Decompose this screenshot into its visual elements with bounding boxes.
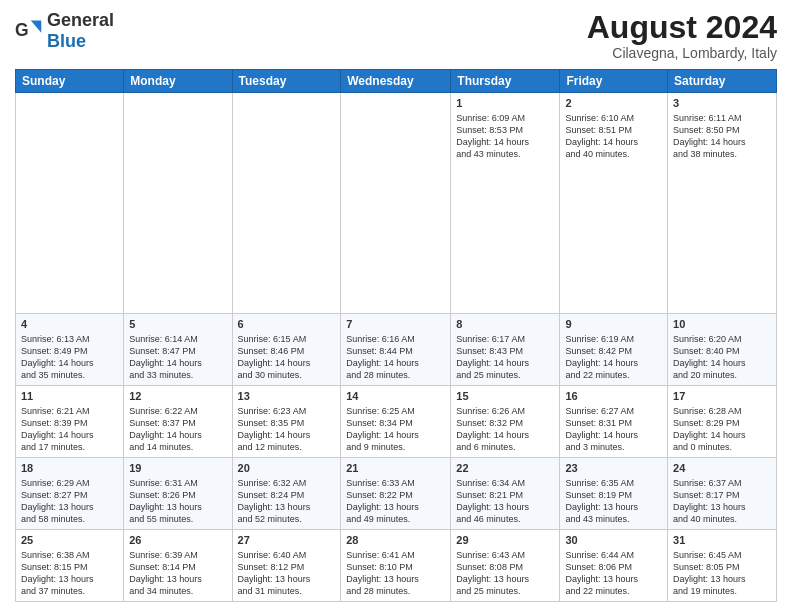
day-number: 21 — [346, 461, 445, 476]
day-info: Sunrise: 6:17 AM Sunset: 8:43 PM Dayligh… — [456, 333, 554, 382]
week-row-4: 18Sunrise: 6:29 AM Sunset: 8:27 PM Dayli… — [16, 458, 777, 530]
day-number: 11 — [21, 389, 118, 404]
week-row-1: 1Sunrise: 6:09 AM Sunset: 8:53 PM Daylig… — [16, 93, 777, 314]
calendar-cell: 19Sunrise: 6:31 AM Sunset: 8:26 PM Dayli… — [124, 458, 232, 530]
day-info: Sunrise: 6:15 AM Sunset: 8:46 PM Dayligh… — [238, 333, 336, 382]
day-info: Sunrise: 6:32 AM Sunset: 8:24 PM Dayligh… — [238, 477, 336, 526]
calendar-cell: 17Sunrise: 6:28 AM Sunset: 8:29 PM Dayli… — [668, 386, 777, 458]
calendar-cell: 10Sunrise: 6:20 AM Sunset: 8:40 PM Dayli… — [668, 314, 777, 386]
calendar-cell: 8Sunrise: 6:17 AM Sunset: 8:43 PM Daylig… — [451, 314, 560, 386]
calendar-cell: 16Sunrise: 6:27 AM Sunset: 8:31 PM Dayli… — [560, 386, 668, 458]
calendar-cell: 14Sunrise: 6:25 AM Sunset: 8:34 PM Dayli… — [341, 386, 451, 458]
calendar-cell — [341, 93, 451, 314]
calendar-cell: 24Sunrise: 6:37 AM Sunset: 8:17 PM Dayli… — [668, 458, 777, 530]
day-number: 31 — [673, 533, 771, 548]
general-blue-icon: G — [15, 17, 43, 45]
day-info: Sunrise: 6:35 AM Sunset: 8:19 PM Dayligh… — [565, 477, 662, 526]
day-info: Sunrise: 6:44 AM Sunset: 8:06 PM Dayligh… — [565, 549, 662, 598]
calendar-cell: 15Sunrise: 6:26 AM Sunset: 8:32 PM Dayli… — [451, 386, 560, 458]
header: G General Blue August 2024 Cilavegna, Lo… — [15, 10, 777, 61]
calendar-cell: 29Sunrise: 6:43 AM Sunset: 8:08 PM Dayli… — [451, 530, 560, 602]
calendar-cell: 4Sunrise: 6:13 AM Sunset: 8:49 PM Daylig… — [16, 314, 124, 386]
calendar-cell: 1Sunrise: 6:09 AM Sunset: 8:53 PM Daylig… — [451, 93, 560, 314]
calendar-cell — [124, 93, 232, 314]
col-tuesday: Tuesday — [232, 70, 341, 93]
calendar-cell — [16, 93, 124, 314]
day-number: 25 — [21, 533, 118, 548]
week-row-2: 4Sunrise: 6:13 AM Sunset: 8:49 PM Daylig… — [16, 314, 777, 386]
svg-text:G: G — [15, 20, 29, 40]
day-number: 1 — [456, 96, 554, 111]
calendar-cell: 28Sunrise: 6:41 AM Sunset: 8:10 PM Dayli… — [341, 530, 451, 602]
calendar-table: Sunday Monday Tuesday Wednesday Thursday… — [15, 69, 777, 602]
day-number: 16 — [565, 389, 662, 404]
day-number: 6 — [238, 317, 336, 332]
calendar-cell: 25Sunrise: 6:38 AM Sunset: 8:15 PM Dayli… — [16, 530, 124, 602]
logo-blue: Blue — [47, 31, 86, 51]
calendar-header-row: Sunday Monday Tuesday Wednesday Thursday… — [16, 70, 777, 93]
day-info: Sunrise: 6:25 AM Sunset: 8:34 PM Dayligh… — [346, 405, 445, 454]
day-info: Sunrise: 6:22 AM Sunset: 8:37 PM Dayligh… — [129, 405, 226, 454]
calendar-cell: 26Sunrise: 6:39 AM Sunset: 8:14 PM Dayli… — [124, 530, 232, 602]
calendar-cell: 2Sunrise: 6:10 AM Sunset: 8:51 PM Daylig… — [560, 93, 668, 314]
day-info: Sunrise: 6:33 AM Sunset: 8:22 PM Dayligh… — [346, 477, 445, 526]
col-friday: Friday — [560, 70, 668, 93]
day-info: Sunrise: 6:19 AM Sunset: 8:42 PM Dayligh… — [565, 333, 662, 382]
location-subtitle: Cilavegna, Lombardy, Italy — [587, 45, 777, 61]
day-info: Sunrise: 6:14 AM Sunset: 8:47 PM Dayligh… — [129, 333, 226, 382]
day-info: Sunrise: 6:13 AM Sunset: 8:49 PM Dayligh… — [21, 333, 118, 382]
calendar-cell: 9Sunrise: 6:19 AM Sunset: 8:42 PM Daylig… — [560, 314, 668, 386]
day-number: 17 — [673, 389, 771, 404]
logo-text: General Blue — [47, 10, 114, 52]
day-info: Sunrise: 6:40 AM Sunset: 8:12 PM Dayligh… — [238, 549, 336, 598]
day-info: Sunrise: 6:26 AM Sunset: 8:32 PM Dayligh… — [456, 405, 554, 454]
day-number: 20 — [238, 461, 336, 476]
day-info: Sunrise: 6:39 AM Sunset: 8:14 PM Dayligh… — [129, 549, 226, 598]
day-info: Sunrise: 6:29 AM Sunset: 8:27 PM Dayligh… — [21, 477, 118, 526]
calendar-cell: 20Sunrise: 6:32 AM Sunset: 8:24 PM Dayli… — [232, 458, 341, 530]
day-info: Sunrise: 6:23 AM Sunset: 8:35 PM Dayligh… — [238, 405, 336, 454]
day-number: 27 — [238, 533, 336, 548]
day-number: 19 — [129, 461, 226, 476]
day-number: 14 — [346, 389, 445, 404]
day-info: Sunrise: 6:10 AM Sunset: 8:51 PM Dayligh… — [565, 112, 662, 161]
day-number: 8 — [456, 317, 554, 332]
calendar-cell: 5Sunrise: 6:14 AM Sunset: 8:47 PM Daylig… — [124, 314, 232, 386]
day-info: Sunrise: 6:45 AM Sunset: 8:05 PM Dayligh… — [673, 549, 771, 598]
day-number: 22 — [456, 461, 554, 476]
month-year-title: August 2024 — [587, 10, 777, 45]
calendar-cell: 21Sunrise: 6:33 AM Sunset: 8:22 PM Dayli… — [341, 458, 451, 530]
calendar-cell: 31Sunrise: 6:45 AM Sunset: 8:05 PM Dayli… — [668, 530, 777, 602]
col-sunday: Sunday — [16, 70, 124, 93]
day-info: Sunrise: 6:43 AM Sunset: 8:08 PM Dayligh… — [456, 549, 554, 598]
col-wednesday: Wednesday — [341, 70, 451, 93]
day-number: 7 — [346, 317, 445, 332]
calendar-cell: 3Sunrise: 6:11 AM Sunset: 8:50 PM Daylig… — [668, 93, 777, 314]
day-info: Sunrise: 6:16 AM Sunset: 8:44 PM Dayligh… — [346, 333, 445, 382]
calendar-cell: 13Sunrise: 6:23 AM Sunset: 8:35 PM Dayli… — [232, 386, 341, 458]
col-monday: Monday — [124, 70, 232, 93]
logo: G General Blue — [15, 10, 114, 52]
calendar-cell: 11Sunrise: 6:21 AM Sunset: 8:39 PM Dayli… — [16, 386, 124, 458]
logo-general: General — [47, 10, 114, 30]
calendar-cell: 23Sunrise: 6:35 AM Sunset: 8:19 PM Dayli… — [560, 458, 668, 530]
day-info: Sunrise: 6:27 AM Sunset: 8:31 PM Dayligh… — [565, 405, 662, 454]
col-thursday: Thursday — [451, 70, 560, 93]
day-number: 10 — [673, 317, 771, 332]
page: G General Blue August 2024 Cilavegna, Lo… — [0, 0, 792, 612]
calendar-cell: 7Sunrise: 6:16 AM Sunset: 8:44 PM Daylig… — [341, 314, 451, 386]
calendar-cell: 6Sunrise: 6:15 AM Sunset: 8:46 PM Daylig… — [232, 314, 341, 386]
calendar-cell: 30Sunrise: 6:44 AM Sunset: 8:06 PM Dayli… — [560, 530, 668, 602]
day-number: 12 — [129, 389, 226, 404]
calendar-cell: 22Sunrise: 6:34 AM Sunset: 8:21 PM Dayli… — [451, 458, 560, 530]
day-info: Sunrise: 6:21 AM Sunset: 8:39 PM Dayligh… — [21, 405, 118, 454]
day-info: Sunrise: 6:38 AM Sunset: 8:15 PM Dayligh… — [21, 549, 118, 598]
calendar-cell — [232, 93, 341, 314]
day-number: 23 — [565, 461, 662, 476]
day-info: Sunrise: 6:28 AM Sunset: 8:29 PM Dayligh… — [673, 405, 771, 454]
calendar-cell: 18Sunrise: 6:29 AM Sunset: 8:27 PM Dayli… — [16, 458, 124, 530]
day-number: 5 — [129, 317, 226, 332]
col-saturday: Saturday — [668, 70, 777, 93]
day-info: Sunrise: 6:11 AM Sunset: 8:50 PM Dayligh… — [673, 112, 771, 161]
day-number: 28 — [346, 533, 445, 548]
